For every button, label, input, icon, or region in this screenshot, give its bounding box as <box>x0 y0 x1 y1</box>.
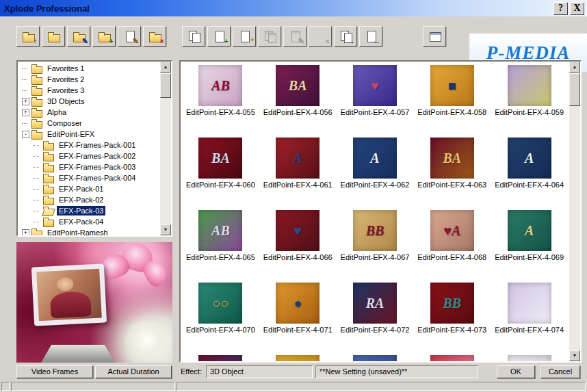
thumbnail-image[interactable]: ■ <box>430 65 474 106</box>
tree-item-editpoint-efx[interactable]: -EditPoint-EFX <box>19 129 159 140</box>
thumbnail-image[interactable]: ♥ <box>276 210 319 251</box>
scroll-down-icon[interactable]: ▼ <box>160 224 171 235</box>
thumbnail-image[interactable]: A <box>353 138 397 179</box>
thumbnail-item[interactable] <box>337 355 414 363</box>
thumbnail-item-editpoint-efx-4-060[interactable]: BAEditPoint-EFX-4-060 <box>182 138 259 189</box>
tree-item-label[interactable]: EFX-Frames-Pack-002 <box>57 151 138 161</box>
add-folder-button[interactable]: + <box>92 26 116 47</box>
export-item-button[interactable]: → <box>359 26 382 47</box>
tree-item-label[interactable]: EFX-Frames-Pack-001 <box>57 140 138 150</box>
tree-item-3d-objects[interactable]: +3D Objects <box>19 96 159 107</box>
thumbnail-item-editpoint-efx-4-061[interactable]: AEditPoint-EFX-4-061 <box>259 138 337 189</box>
thumbnail-item[interactable] <box>259 355 337 363</box>
cancel-button[interactable]: Cancel <box>540 365 580 378</box>
tree-item-composer[interactable]: Composer <box>19 118 159 129</box>
effect-type-field[interactable]: 3D Object <box>206 365 313 378</box>
thumbnail-item-editpoint-efx-4-073[interactable]: BBEditPoint-EFX-4-073 <box>413 283 491 334</box>
copy-item-button[interactable] <box>182 26 205 47</box>
thumbnail-image[interactable] <box>198 355 242 363</box>
thumbnail-image[interactable] <box>430 355 474 363</box>
thumbnail-item-editpoint-efx-4-058[interactable]: ■EditPoint-EFX-4-058 <box>413 65 491 116</box>
delete-folder-button[interactable]: × <box>143 26 166 47</box>
tree-item-efx-frames-pack-004[interactable]: EFX-Frames-Pack-004 <box>19 172 159 183</box>
thumbnail-item-editpoint-efx-4-064[interactable]: AEditPoint-EFX-4-064 <box>491 138 568 189</box>
expand-icon[interactable]: + <box>22 229 29 237</box>
thumbnail-item-editpoint-efx-4-074[interactable]: EditPoint-EFX-4-074 <box>491 283 568 334</box>
scroll-up-icon[interactable]: ▲ <box>160 62 171 73</box>
tree-item-efx-frames-pack-001[interactable]: EFX-Frames-Pack-001 <box>19 140 159 151</box>
tree-item-efx-frames-pack-002[interactable]: EFX-Frames-Pack-002 <box>19 151 159 161</box>
thumbnail-item-editpoint-efx-4-056[interactable]: BAEditPoint-EFX-4-056 <box>259 65 337 116</box>
thumbnail-item-editpoint-efx-4-072[interactable]: RAEditPoint-EFX-4-072 <box>337 283 414 334</box>
thumbnail-scroll-thumb[interactable] <box>569 73 580 106</box>
setting-status-field[interactable]: **New Setting (unsaved)** <box>315 365 478 378</box>
tree-item-label[interactable]: EditPoint-Ramesh <box>45 228 110 237</box>
video-frames-button[interactable]: Video Frames <box>16 365 93 378</box>
thumbnail-item-editpoint-efx-4-071[interactable]: ●EditPoint-EFX-4-071 <box>259 283 337 334</box>
thumbnail-image[interactable]: ● <box>276 283 319 324</box>
thumbnail-image[interactable]: A <box>508 138 551 179</box>
tree-item-label[interactable]: EFX-Frames-Pack-003 <box>57 162 138 172</box>
thumbnail-item-editpoint-efx-4-069[interactable]: AEditPoint-EFX-4-069 <box>491 210 568 261</box>
tree-item-favorites-1[interactable]: Favorites 1 <box>19 63 159 74</box>
thumbnail-item-editpoint-efx-4-059[interactable]: EditPoint-EFX-4-059 <box>491 65 568 116</box>
tree-item-label[interactable]: Composer <box>45 118 84 128</box>
tree-item-efx-pack-03[interactable]: EFX-Pack-03 <box>19 205 159 216</box>
thumbnail-image[interactable]: BB <box>353 210 397 251</box>
scroll-down-icon[interactable]: ▼ <box>569 350 580 361</box>
thumbnail-item-editpoint-efx-4-057[interactable]: ♥EditPoint-EFX-4-057 <box>337 65 414 116</box>
help-button[interactable]: ? <box>553 2 568 15</box>
details-view-button[interactable] <box>423 26 446 47</box>
thumbnail-image[interactable] <box>276 355 319 363</box>
new-folder-button[interactable] <box>42 26 65 47</box>
collapse-icon[interactable]: - <box>22 131 29 138</box>
thumbnail-item-editpoint-efx-4-066[interactable]: ♥EditPoint-EFX-4-066 <box>259 210 337 261</box>
actual-duration-button[interactable]: Actual Duration <box>95 365 172 378</box>
thumbnail-image[interactable] <box>508 355 551 363</box>
tree-item-editpoint-ramesh[interactable]: +EditPoint-Ramesh <box>19 227 159 237</box>
tree-item-label[interactable]: Favorites 2 <box>45 75 86 84</box>
thumbnail-image[interactable]: A <box>276 138 319 179</box>
tree-item-efx-pack-04[interactable]: EFX-Pack-04 <box>19 216 159 227</box>
tree-item-alpha[interactable]: +Alpha <box>19 107 159 118</box>
thumbnail-image[interactable] <box>508 65 551 106</box>
thumbnail-image[interactable]: AB <box>198 210 242 251</box>
thumbnail-image[interactable] <box>353 355 397 363</box>
tree-item-label[interactable]: 3D Objects <box>45 96 86 106</box>
import-item-button[interactable]: * <box>233 26 256 47</box>
thumbnail-item-editpoint-efx-4-067[interactable]: BBEditPoint-EFX-4-067 <box>337 210 414 261</box>
thumbnail-item-editpoint-efx-4-070[interactable]: ○○EditPoint-EFX-4-070 <box>182 283 259 334</box>
thumbnail-image[interactable]: RA <box>353 283 397 324</box>
tree-item-label[interactable]: EditPoint-EFX <box>45 129 96 139</box>
tree-item-efx-pack-02[interactable]: EFX-Pack-02 <box>19 194 159 205</box>
thumbnail-image[interactable]: AB <box>198 65 242 106</box>
tree-item-label[interactable]: EFX-Frames-Pack-004 <box>57 173 138 183</box>
tree-item-label[interactable]: EFX-Pack-01 <box>57 184 105 194</box>
move-item-button[interactable]: → <box>334 26 357 47</box>
tree-item-favorites-3[interactable]: Favorites 3 <box>19 85 159 96</box>
rename-folder-button[interactable]: ✎ <box>67 26 90 47</box>
close-button[interactable]: X <box>570 2 584 15</box>
expand-icon[interactable]: + <box>22 98 29 105</box>
thumbnail-image[interactable]: ♥A <box>430 210 474 251</box>
open-parent-folder-button[interactable]: ↑ <box>16 26 40 47</box>
thumbnail-image[interactable]: BA <box>198 138 242 179</box>
expand-icon[interactable]: + <box>22 109 29 116</box>
thumbnail-item[interactable] <box>491 355 568 363</box>
ok-button[interactable]: OK <box>497 365 535 378</box>
thumbnail-image[interactable]: BA <box>430 138 474 179</box>
tree-item-efx-pack-01[interactable]: EFX-Pack-01 <box>19 183 159 194</box>
edit-item-button[interactable]: ✎ <box>118 26 141 47</box>
tree-item-label[interactable]: Favorites 3 <box>45 86 86 95</box>
thumbnail-image[interactable] <box>508 283 551 324</box>
tree-item-label[interactable]: EFX-Pack-04 <box>57 217 105 226</box>
thumbnail-scrollbar[interactable]: ▲ ▼ <box>569 62 580 361</box>
thumbnail-item[interactable] <box>182 355 259 363</box>
thumbnail-image[interactable]: ♥ <box>353 65 397 106</box>
tree-scroll-thumb[interactable] <box>160 73 171 98</box>
thumbnail-item-editpoint-efx-4-055[interactable]: ABEditPoint-EFX-4-055 <box>182 65 259 116</box>
thumbnail-item-editpoint-efx-4-068[interactable]: ♥AEditPoint-EFX-4-068 <box>413 210 491 261</box>
tree-item-label[interactable]: Favorites 1 <box>45 64 86 73</box>
thumbnail-item-editpoint-efx-4-065[interactable]: ABEditPoint-EFX-4-065 <box>182 210 259 261</box>
thumbnail-image[interactable]: BB <box>430 283 474 324</box>
